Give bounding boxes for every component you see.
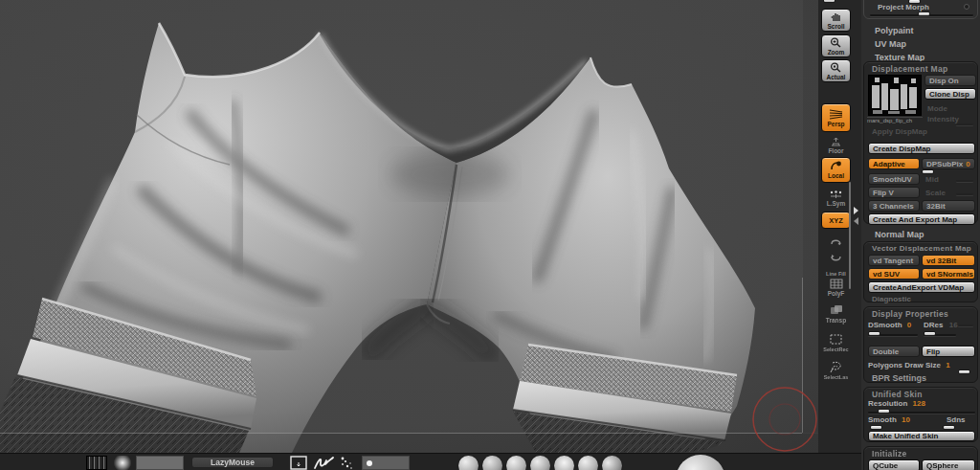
project-morph-label[interactable]: Project Morph (878, 3, 929, 11)
polyf-button[interactable]: Line Fill PolyF (821, 269, 851, 298)
dsmooth-knob[interactable] (868, 331, 880, 336)
resolution-row[interactable]: Resolution 128 (868, 399, 925, 408)
lazymouse-button[interactable]: LazyMouse (191, 457, 274, 468)
dres-knob[interactable] (924, 331, 936, 336)
qsphere-label: QSphere (926, 461, 958, 470)
stroke-dragrect-button[interactable] (289, 456, 308, 470)
palette-normal-map[interactable]: Normal Map (875, 230, 924, 239)
document-canvas[interactable] (0, 0, 818, 453)
project-morph-knob[interactable] (918, 11, 930, 16)
selectrec-button[interactable]: SelectRec (821, 330, 851, 355)
create-and-export-map-label: Create And Export Map (873, 215, 957, 224)
scale-disabled: Scale (925, 189, 946, 197)
make-unified-skin-button[interactable]: Make Unified Skin (868, 431, 975, 441)
display-properties-title[interactable]: Display Properties (872, 309, 948, 319)
dres-row[interactable]: DRes 16 (924, 321, 958, 329)
double-label: Double (873, 347, 899, 356)
polygons-draw-size-row[interactable]: Polygons Draw Size 1 (868, 361, 950, 369)
dsmooth-row[interactable]: DSmooth 0 (868, 321, 911, 329)
create-export-vdmap-button[interactable]: CreateAndExport VDMap (868, 281, 975, 293)
rotate-down-icon-button[interactable] (821, 250, 851, 267)
tray-open-arrow-left[interactable] (854, 217, 858, 225)
vd-suv-button[interactable]: vd SUV (868, 268, 920, 280)
polyf-label: PolyF (828, 290, 845, 297)
scroll-button[interactable]: Scroll (821, 9, 851, 32)
polygons-value: 1 (946, 361, 949, 369)
persp-button[interactable]: Persp (821, 103, 851, 132)
double-button[interactable]: Double (868, 346, 920, 357)
displacement-map-thumbnail[interactable] (868, 75, 922, 116)
alpha-stripes-thumbnail[interactable] (86, 456, 107, 470)
polygons-knob[interactable] (958, 369, 970, 374)
create-dispmap-button[interactable]: Create DispMap (868, 143, 975, 154)
qcube-button[interactable]: QCube (868, 459, 920, 470)
flip-button[interactable]: Flip (922, 346, 975, 357)
bit-depth-button[interactable]: 32Bit (922, 200, 975, 212)
soft-round-brush-thumbnail[interactable] (113, 456, 132, 470)
create-and-export-map-button[interactable]: Create And Export Map (868, 213, 975, 225)
xyz-button[interactable]: XYZ (821, 212, 851, 229)
smoothuv-button[interactable]: SmoothUV (868, 173, 920, 185)
vector-displacement-title[interactable]: Vector Displacement Map (872, 244, 971, 253)
flip-v-button[interactable]: Flip V (868, 187, 920, 198)
stroke-preview-swatch[interactable] (362, 456, 410, 470)
shelf-scrollbar[interactable] (849, 182, 851, 289)
transp-button[interactable]: Transp (821, 302, 851, 326)
adaptive-button[interactable]: Adaptive (868, 158, 920, 169)
disp-on-button[interactable]: Disp On (924, 75, 976, 86)
displacement-map-title[interactable]: Displacement Map (872, 64, 947, 74)
dres-label: DRes (924, 321, 943, 329)
channels-button[interactable]: 3 Channels (868, 200, 920, 212)
smoothuv-label: SmoothUV (873, 175, 912, 184)
smooth-row[interactable]: Smooth 10 (868, 415, 910, 424)
vd-32bit-button[interactable]: vd 32Bit (922, 255, 975, 266)
vd-snormals-button[interactable]: vd SNormals (922, 268, 975, 280)
disp-intensity-disabled: Intensity (927, 115, 959, 123)
unified-skin-title[interactable]: Unified Skin (872, 390, 923, 399)
initialize-title[interactable]: Initialize (872, 449, 907, 459)
dres-extra-slider-disabled (958, 325, 973, 326)
vector-displacement-section: Vector Displacement Map vd Tangent vd 32… (863, 241, 978, 302)
local-button[interactable]: Local (821, 157, 851, 183)
matcap-sphere-7[interactable] (602, 456, 622, 470)
project-morph-radio[interactable] (964, 4, 969, 10)
mid-slider-disabled (956, 180, 973, 182)
lsym-button[interactable]: L.Sym (821, 188, 851, 209)
floor-button[interactable]: Floor (821, 135, 851, 156)
hand-scroll-icon (830, 11, 842, 22)
palette-polypaint[interactable]: Polypaint (875, 26, 914, 35)
matcap-sphere-2[interactable] (482, 456, 502, 470)
rotate-up-icon-button[interactable] (821, 233, 851, 250)
qsphere-button[interactable]: QSphere (922, 459, 975, 470)
shelf-top-slider-knob[interactable] (823, 0, 835, 3)
current-material-sphere[interactable] (676, 455, 725, 470)
stroke-spray-button[interactable] (339, 456, 358, 470)
texture-swatch[interactable] (136, 456, 184, 470)
stroke-spray-icon (339, 456, 358, 470)
vd-tangent-button[interactable]: vd Tangent (868, 255, 920, 266)
diagnostic-label[interactable]: Diagnostic (872, 295, 911, 303)
disp-mode-disabled: Mode (927, 104, 947, 113)
matcap-sphere-5[interactable] (554, 456, 574, 470)
sdns-label[interactable]: Sdns (947, 415, 966, 424)
sdns-knob[interactable] (943, 425, 955, 430)
matcap-sphere-1[interactable] (458, 456, 479, 470)
intensity-slider-disabled (956, 123, 973, 125)
matcap-sphere-3[interactable] (506, 456, 526, 470)
tray-open-arrow-right[interactable] (854, 207, 858, 214)
selectlas-button[interactable]: SelectLas (821, 358, 851, 383)
stroke-freehand-button[interactable] (312, 456, 335, 470)
matcap-sphere-6[interactable] (578, 456, 598, 470)
bpr-settings-label[interactable]: BPR Settings (872, 373, 926, 383)
clone-disp-button[interactable]: Clone Disp (924, 88, 976, 100)
dpsubpix-knob[interactable] (922, 169, 934, 174)
zoom-button[interactable]: Zoom (821, 34, 851, 57)
actual-button[interactable]: Actual (821, 59, 851, 82)
dpsubpix-slider[interactable]: DPSubPix 0 (922, 158, 975, 169)
matcap-sphere-4[interactable] (530, 456, 550, 470)
channels-label: 3 Channels (873, 202, 914, 211)
smooth-knob[interactable] (870, 425, 882, 430)
palette-uv-map[interactable]: UV Map (875, 39, 906, 49)
mid-disabled: Mid (925, 175, 939, 184)
resolution-knob[interactable] (878, 409, 890, 414)
